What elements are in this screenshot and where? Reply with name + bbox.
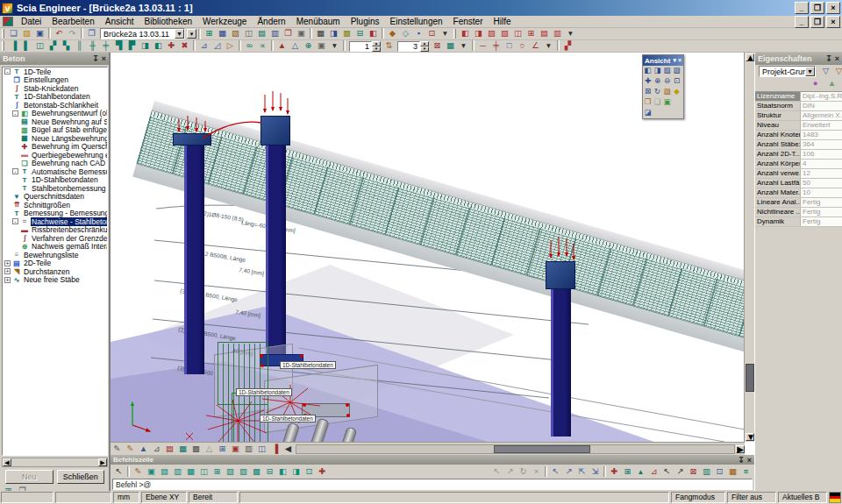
property-row[interactable]: Anzahl Körper:4 xyxy=(755,160,842,169)
count-spinner[interactable]: 3 ▲▼ xyxy=(397,41,429,52)
brace-icon[interactable]: ▚ xyxy=(60,40,73,52)
menu-fenster[interactable]: Fenster xyxy=(448,16,489,27)
view-labels-icon[interactable]: ▤ xyxy=(538,28,551,39)
select-icon[interactable]: ↖ xyxy=(112,466,125,478)
tree-item[interactable]: ▦Neue Längsbewehrung auf xyxy=(3,134,107,143)
status-snap-mode[interactable]: Fangmodus xyxy=(671,492,725,503)
snap-free-icon[interactable]: ↖ xyxy=(660,466,674,478)
property-row[interactable]: Lineare Anal...Fertig xyxy=(755,198,842,208)
clip-view-icon[interactable]: ▐ xyxy=(268,444,282,455)
property-row[interactable]: Anzahl 2D-T...106 xyxy=(755,150,842,160)
menu-ändern[interactable]: Ändern xyxy=(252,16,290,27)
mesh-setup-icon[interactable]: △ xyxy=(289,40,302,52)
print-icon[interactable]: ▦ xyxy=(314,28,327,39)
ansicht-close-icon[interactable]: × xyxy=(678,57,681,64)
menu-bearbeiten[interactable]: Bearbeiten xyxy=(46,16,99,27)
undo-icon[interactable]: ↶ xyxy=(53,28,66,39)
cursor-icon[interactable]: ↖ xyxy=(490,466,503,478)
dimension-icon[interactable]: ╪ xyxy=(489,40,503,52)
tree-item[interactable]: ∫Betonstab-Schlankheit xyxy=(3,101,107,110)
more-icon[interactable]: ▾ xyxy=(564,28,577,39)
collapse-icon[interactable]: - xyxy=(12,110,18,117)
menu-menübaum[interactable]: Menübaum xyxy=(291,16,346,27)
minimize-button[interactable]: _ xyxy=(795,2,809,14)
snap-tangent-icon[interactable]: ▦ xyxy=(726,466,739,478)
german-flag-icon[interactable] xyxy=(829,492,841,503)
combo-more-icon[interactable]: ▾ xyxy=(187,29,196,39)
snap-off-icon[interactable]: ⊠ xyxy=(687,466,700,478)
export-icon[interactable]: ◨ xyxy=(327,28,340,39)
tree-item[interactable]: ⊕Nachweis gemäß Interaktio xyxy=(3,243,107,252)
axo-icon[interactable]: ▲ xyxy=(137,444,150,455)
cable-icon[interactable]: ∝ xyxy=(256,40,269,52)
tree-item[interactable]: T1D-Stahlbetondaten xyxy=(3,93,107,102)
layers-view-icon[interactable]: ▥ xyxy=(242,444,255,455)
cmd-1-icon[interactable]: ▣ xyxy=(145,466,158,478)
split-icon[interactable]: ◫ xyxy=(255,444,268,455)
tree-item[interactable]: ▬Querbiegebewehrung einfü xyxy=(3,151,107,160)
project-window-icon[interactable]: ❐ xyxy=(85,28,98,39)
clip-icon[interactable]: ❐ xyxy=(643,97,653,108)
view-wire-icon[interactable]: ◧ xyxy=(459,28,472,39)
view-params-icon[interactable]: ▥ xyxy=(551,28,564,39)
more-icon[interactable]: ▾ xyxy=(542,40,555,52)
status-filter[interactable]: Filter aus xyxy=(727,492,776,503)
vscroll-thumb[interactable] xyxy=(746,364,754,392)
pin-icon[interactable]: ↧ xyxy=(92,54,99,63)
tree-item[interactable]: ▥Bügel auf Stab einfügen xyxy=(3,126,107,135)
combinations-icon[interactable]: ⊡ xyxy=(425,28,439,39)
line-icon[interactable]: ─ xyxy=(476,40,489,52)
render-mode-icon[interactable]: ◪ xyxy=(643,108,653,118)
wall-icon[interactable]: ║ xyxy=(73,40,86,52)
property-row[interactable]: LizenznameDipl.-Ing.S.R... xyxy=(755,92,842,102)
status-unit[interactable]: mm xyxy=(113,492,139,503)
property-row[interactable]: Anzahl Stäbe:364 xyxy=(755,140,842,150)
results-icon[interactable]: ▧ xyxy=(229,28,242,39)
tree-item[interactable]: ✚Bewehrung im Querschnitt xyxy=(3,143,107,152)
property-row[interactable]: Anzahl verwe...12 xyxy=(755,169,842,179)
snap-int-icon[interactable]: ↗ xyxy=(674,466,687,478)
slab-icon[interactable]: ▛ xyxy=(125,40,139,52)
shade-icon[interactable]: △ xyxy=(203,444,216,455)
clipboard-icon[interactable]: ▣ xyxy=(295,28,308,39)
window-view-icon[interactable]: ⊞ xyxy=(216,444,229,455)
view-hidden-icon[interactable]: ▨ xyxy=(498,28,511,39)
diagonal-icon[interactable]: ▞ xyxy=(46,40,60,52)
redo-icon[interactable]: ↷ xyxy=(66,28,79,39)
check-icon[interactable]: ⊕ xyxy=(302,40,315,52)
tree-item[interactable]: ⇈Schnittgrößen xyxy=(3,201,107,209)
zoom-in-icon[interactable]: ⊕ xyxy=(653,76,662,87)
tree-item[interactable]: ❏Bewehrung nach CAD expo xyxy=(3,160,107,168)
mdi-close-button[interactable]: × xyxy=(826,16,840,28)
project-combobox[interactable]: Brücke2a 13.03.11 ▼ xyxy=(100,28,185,39)
setup-icon[interactable]: ▣ xyxy=(315,40,328,52)
cmd-8-icon[interactable]: ▨ xyxy=(237,466,250,478)
circle-icon[interactable]: ○ xyxy=(516,40,529,52)
menu-ansicht[interactable]: Ansicht xyxy=(100,16,139,27)
tree-item[interactable]: TStahlbetonbemessung xyxy=(3,184,107,193)
load-icon[interactable]: ▷ xyxy=(224,40,237,52)
update-icon[interactable]: ⊟ xyxy=(353,28,367,39)
close-panel-icon[interactable]: × xyxy=(747,456,752,465)
schliessen-button[interactable]: Schließen xyxy=(57,470,105,484)
calculator-icon[interactable]: ⊞ xyxy=(203,28,216,39)
tree-item[interactable]: -TAutomatische Bemessung xyxy=(3,167,107,176)
cmd-5-icon[interactable]: ◫ xyxy=(197,466,210,478)
beam-icon[interactable]: ▐ xyxy=(7,40,20,52)
column-icon[interactable]: ▌ xyxy=(20,40,33,52)
render-prop-icon[interactable]: ● xyxy=(809,78,822,89)
delete-node-icon[interactable]: ✖ xyxy=(178,40,191,52)
tree-item[interactable]: ∫Stab-Knickdaten xyxy=(3,84,107,93)
property-row[interactable]: StaatsnormDIN xyxy=(755,102,842,111)
property-row[interactable]: Anzahl Lastfä...50 xyxy=(755,179,842,188)
combo-arrow-icon[interactable]: ▼ xyxy=(175,29,184,39)
zoom-out-icon[interactable]: ⊖ xyxy=(662,76,672,87)
collapse-icon[interactable]: - xyxy=(4,68,11,75)
document-icon[interactable] xyxy=(3,17,13,26)
cancel-icon[interactable]: × xyxy=(530,466,543,478)
snap-edge-icon[interactable]: ↗ xyxy=(562,466,575,478)
view-shade-icon[interactable]: ◨ xyxy=(472,28,485,39)
document-icon[interactable]: ◫ xyxy=(242,28,255,39)
tree-item[interactable]: ▤Neue Bewehrung auf Stab xyxy=(3,117,107,126)
hatch-icon[interactable]: ▞ xyxy=(561,40,574,52)
